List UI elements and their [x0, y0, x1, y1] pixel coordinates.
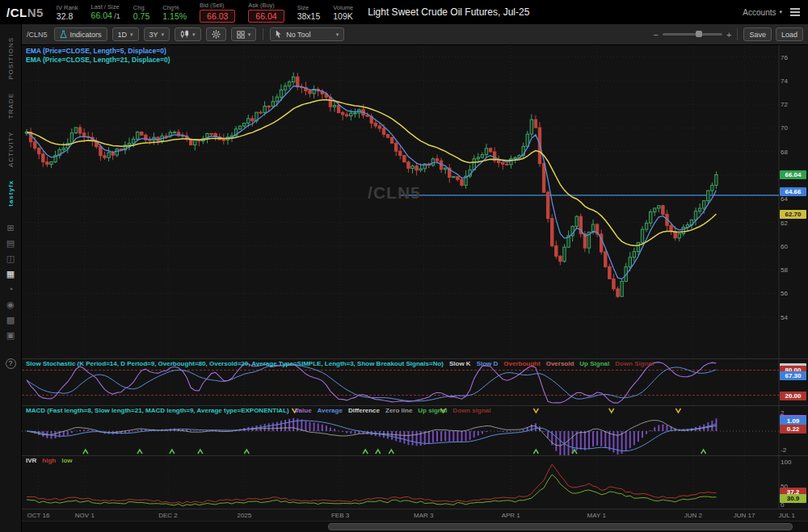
- axis-label: 54: [781, 314, 805, 321]
- time-axis-label: APR 1: [502, 512, 520, 519]
- up-signal-arrow: [137, 450, 142, 454]
- contract-title: Light Sweet Crude Oil Futures, Jul-25: [368, 6, 529, 18]
- legend-item: Slow D: [477, 360, 499, 367]
- axis-label: 62: [781, 220, 805, 227]
- axis-label: 76: [781, 54, 805, 61]
- apps-icon[interactable]: ▩: [6, 315, 15, 325]
- macd-average-line: [27, 421, 716, 451]
- legend-item: Value: [295, 407, 312, 414]
- load-label: Load: [781, 31, 797, 39]
- time-axis-label: OCT 16: [27, 512, 49, 519]
- follow-icon[interactable]: ◉: [6, 300, 15, 310]
- zoom-out-button[interactable]: −: [654, 30, 659, 40]
- axis-label: -2: [781, 446, 805, 454]
- time-axis-label: 2025: [237, 512, 251, 519]
- calendar-icon[interactable]: ▣: [6, 330, 15, 341]
- macd-legend[interactable]: MACD (Fast length=8, Slow length=21, MAC…: [26, 407, 496, 415]
- symbol-suffix: N5: [27, 6, 44, 19]
- legend-item: Up signal: [418, 407, 447, 414]
- up-signal-arrow: [198, 450, 203, 454]
- watchlist-icon[interactable]: ⊞: [6, 223, 14, 233]
- iv-rank-field: IV Rank 32.8: [57, 4, 78, 21]
- sidebar-tab-activity[interactable]: ACTIVITY: [7, 132, 15, 167]
- down-signal-arrow: [533, 408, 538, 413]
- drawing-tool-dropdown[interactable]: No Tool ▾: [270, 27, 344, 41]
- news-icon[interactable]: ▤: [6, 238, 15, 249]
- legend-item: Down Signal: [615, 360, 654, 367]
- iv-rank-value: 32.8: [57, 11, 78, 21]
- time-axis-label: JUN 2: [684, 512, 702, 519]
- macd-panel[interactable]: MACD (Fast length=8, Slow length=21, MAC…: [22, 405, 808, 455]
- time-axis-label: FEB 3: [331, 512, 349, 519]
- axis-label: 70: [781, 124, 805, 132]
- indicator-title: MACD (Fast length=8, Slow length=21, MAC…: [26, 407, 289, 414]
- legend-item: Difference: [348, 407, 380, 414]
- legend-item: IVR: [26, 457, 36, 464]
- layout-icon[interactable]: ◫: [6, 253, 15, 264]
- legend-item: Slow K: [449, 360, 471, 367]
- up-signal-arrow: [363, 450, 368, 454]
- chg-pct-value: 1.15%: [162, 11, 187, 21]
- chg-pct-field: Chg% 1.15%: [162, 4, 187, 21]
- ivr-legend[interactable]: IVRhighlow: [26, 457, 78, 465]
- load-button[interactable]: Load: [776, 27, 803, 41]
- up-signal-arrow: [170, 450, 175, 454]
- axis-price-badge: 62.70: [780, 210, 806, 219]
- sidebar-tab-trade[interactable]: TRADE: [7, 93, 15, 119]
- chevron-down-icon: ▾: [779, 9, 782, 15]
- indicators-label: Indicators: [70, 31, 102, 39]
- price-chart-panel[interactable]: EMA (Price=CLOSE, Length=5, Displace=0) …: [22, 45, 808, 358]
- sidebar-tab-positions[interactable]: POSITIONS: [7, 37, 15, 80]
- price-chart-canvas[interactable]: [22, 45, 808, 358]
- time-axis-label: JUN 17: [734, 512, 755, 519]
- charts-icon[interactable]: ▦: [6, 269, 15, 279]
- chart-style-dropdown[interactable]: ▾: [175, 27, 201, 41]
- bid-button[interactable]: 66.03: [200, 10, 235, 23]
- size-value: 38x15: [297, 11, 321, 21]
- chevron-down-icon: ▾: [192, 31, 196, 38]
- axis-label: 100: [781, 459, 805, 466]
- ivr-panel[interactable]: IVRhighlow 10050037.230.9: [22, 455, 808, 509]
- ask-button[interactable]: 66.04: [248, 10, 284, 23]
- time-axis: OCT 16NOV 1DEC 22025FEB 3MAR 3APR 1MAY 1…: [22, 509, 808, 521]
- clock-icon[interactable]: ◔: [8, 284, 14, 295]
- axis-label: 58: [781, 266, 805, 274]
- volume-label: Volume: [333, 4, 353, 11]
- candlestick-icon: [180, 30, 189, 39]
- bid-field: Bid (Sell) 66.03: [200, 2, 235, 23]
- chevron-down-icon: ▾: [336, 31, 339, 38]
- horizontal-scrollbar[interactable]: [22, 521, 808, 532]
- up-signal-arrow: [83, 450, 88, 454]
- sidebar-tab-tastyfx[interactable]: tastyfx: [7, 180, 15, 207]
- scrollbar-thumb[interactable]: [328, 523, 792, 530]
- symbol-root: /CL: [6, 6, 27, 19]
- save-button[interactable]: Save: [743, 27, 772, 41]
- indicators-button[interactable]: Indicators: [54, 27, 107, 41]
- up-signal-arrow: [533, 450, 538, 454]
- cursor-icon: [276, 30, 283, 39]
- zoom-slider-thumb[interactable]: [696, 31, 702, 37]
- chart-area: /CLN5 Indicators 1D ▾ 3Y ▾ ▾: [22, 24, 808, 532]
- axis-label: 74: [781, 77, 805, 85]
- hamburger-menu-icon[interactable]: [790, 8, 800, 16]
- up-signal-arrow: [244, 450, 249, 454]
- ask-field: Ask (Buy) 66.04: [248, 2, 284, 23]
- range-value: 3Y: [149, 31, 158, 39]
- zoom-slider[interactable]: [663, 33, 722, 36]
- stochastic-legend[interactable]: Slow Stochastic (K Period=14, D Period=9…: [26, 360, 659, 368]
- last-value: 66.04: [91, 10, 112, 20]
- help-button[interactable]: ?: [6, 358, 16, 369]
- size-label: Size: [297, 4, 321, 11]
- chart-settings-button[interactable]: [206, 27, 226, 41]
- zoom-in-button[interactable]: +: [726, 30, 731, 40]
- axis-price-badge: 30.9: [780, 494, 806, 503]
- accounts-label: Accounts: [743, 8, 776, 17]
- timeframe-dropdown[interactable]: 1D ▾: [112, 27, 139, 41]
- stochastic-panel[interactable]: Slow Stochastic (K Period=14, D Period=9…: [22, 358, 808, 405]
- grid-layout-dropdown[interactable]: ▾: [231, 27, 257, 41]
- axis-label: 64: [781, 195, 805, 203]
- ivr-canvas[interactable]: [22, 456, 808, 509]
- gear-icon: [212, 30, 221, 39]
- accounts-menu[interactable]: Accounts ▾: [743, 8, 782, 17]
- range-dropdown[interactable]: 3Y ▾: [144, 27, 170, 41]
